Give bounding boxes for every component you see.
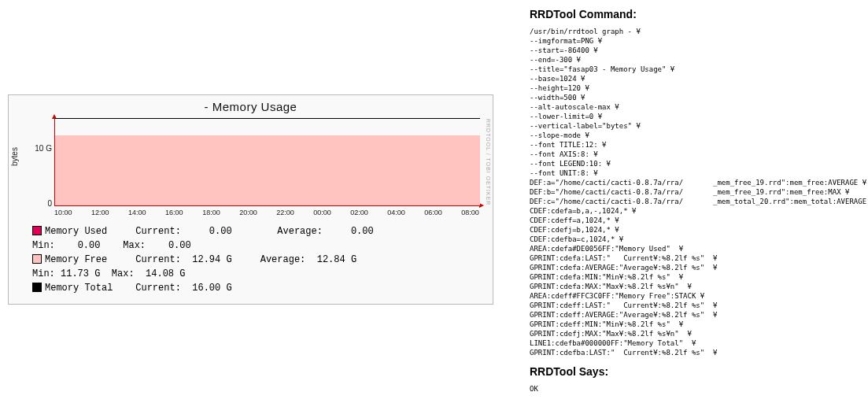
rrdtool-command-heading: RRDTool Command: (530, 8, 860, 20)
legend-used-max: 0.00 (168, 240, 191, 251)
x-axis-ticks: 10:00 12:00 14:00 16:00 18:00 20:00 22:0… (54, 209, 479, 216)
x-tick: 02:00 (350, 209, 368, 216)
rrdtool-watermark: RRDTOOL / TOBI OETIKER (486, 119, 491, 205)
legend-total-label: Memory Total (45, 283, 113, 294)
rrdtool-command-text: /usr/bin/rrdtool graph - ¥ --imgformat=P… (530, 27, 860, 357)
legend-used-average: 0.00 (351, 226, 374, 237)
y-axis-label: bytes (10, 147, 19, 166)
legend-used-label: Memory Used (45, 226, 107, 237)
swatch-memory-free-icon (32, 254, 42, 264)
legend-free-max: 14.08 G (146, 268, 185, 279)
legend-used-min: 0.00 (78, 240, 101, 251)
legend-used-current: 0.00 (209, 226, 232, 237)
line-memory-total (55, 118, 480, 119)
x-tick: 08:00 (461, 209, 479, 216)
free-memory-dip (361, 130, 421, 135)
legend-free-min: 11.73 G (61, 268, 100, 279)
x-tick: 20:00 (239, 209, 257, 216)
legend-total-current: 16.00 G (192, 283, 231, 294)
x-tick: 04:00 (387, 209, 405, 216)
x-tick: 06:00 (424, 209, 442, 216)
legend-free-average: 12.84 G (317, 254, 356, 265)
swatch-memory-used-icon (32, 226, 42, 235)
y-tick-10g: 10 G (28, 144, 52, 153)
legend-free-current: 12.94 G (192, 254, 231, 265)
plot-area (54, 119, 480, 206)
x-tick: 16:00 (165, 209, 183, 216)
memory-usage-graph: - Memory Usage RRDTOOL / TOBI OETIKER by… (8, 94, 493, 305)
chart-title: - Memory Usage (9, 95, 493, 113)
rrdtool-says-output: OK (530, 384, 860, 394)
legend-free-label: Memory Free (45, 254, 107, 265)
x-tick: 12:00 (91, 209, 109, 216)
area-memory-free (55, 135, 480, 205)
x-tick: 10:00 (54, 209, 72, 216)
rrdtool-says-heading: RRDTool Says: (530, 365, 860, 378)
swatch-memory-total-icon (32, 283, 42, 292)
x-tick: 00:00 (313, 209, 331, 216)
x-tick: 18:00 (202, 209, 220, 216)
x-tick: 22:00 (276, 209, 294, 216)
chart-legend: Memory Used Current: 0.00 Average: 0.00 … (32, 224, 374, 295)
x-tick: 14:00 (128, 209, 146, 216)
y-tick-0: 0 (28, 199, 52, 208)
